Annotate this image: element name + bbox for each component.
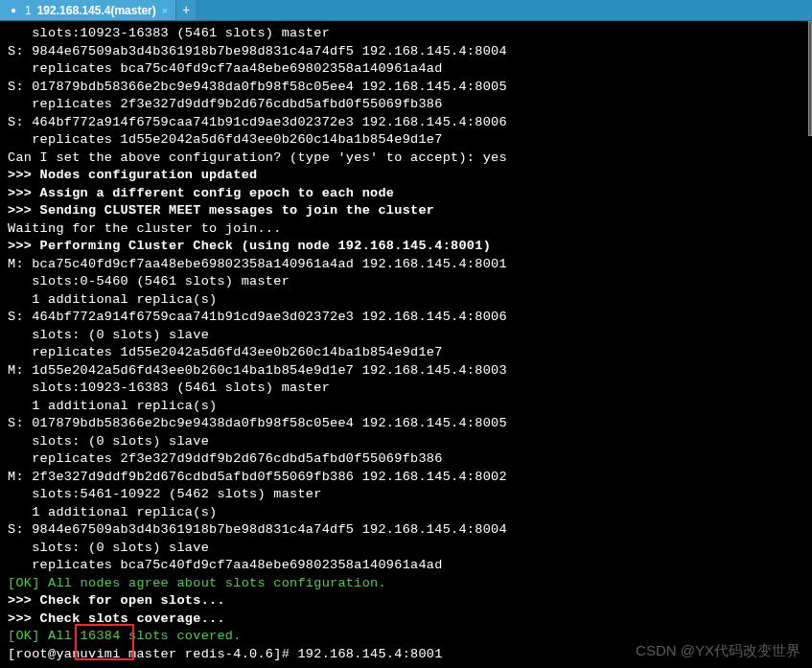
terminal-line: [root@yanuvimi master redis-4.0.6]# 192.…	[8, 646, 804, 664]
terminal-line: 1 additional replica(s)	[8, 291, 804, 310]
terminal-output: slots:10923-16383 (5461 slots) masterS: …	[0, 21, 812, 667]
terminal-line: >>> Performing Cluster Check (using node…	[8, 238, 804, 256]
terminal-line: slots: (0 slots) slave	[8, 433, 804, 451]
tab-status-icon: ●	[8, 5, 19, 16]
terminal-line: S: 9844e67509ab3d4b361918b7be98d831c4a74…	[8, 521, 804, 540]
terminal-line: [OK] All 16384 slots covered.	[8, 628, 804, 646]
terminal-line: S: 017879bdb58366e2bc9e9438da0fb98f58c05…	[8, 415, 804, 433]
terminal-line: 1 additional replica(s)	[8, 504, 804, 522]
terminal-line: replicates 2f3e327d9ddf9b2d676cdbd5afbd0…	[8, 96, 804, 114]
terminal-line: slots:0-5460 (5461 slots) master	[8, 273, 804, 291]
terminal-line: replicates 1d55e2042a5d6fd43ee0b260c14ba…	[8, 344, 804, 362]
terminal-line: >>> Assign a different config epoch to e…	[8, 185, 804, 203]
terminal-line: >>> Check slots coverage...	[8, 610, 804, 629]
tab-bar: ● 1 192.168.145.4(master) × +	[0, 0, 812, 21]
terminal-line: replicates bca75c40fd9cf7aa48ebe69802358…	[8, 60, 804, 79]
tab-active[interactable]: ● 1 192.168.145.4(master) ×	[0, 0, 176, 20]
terminal-line: >>> Nodes configuration updated	[8, 167, 804, 185]
terminal-line: slots: (0 slots) slave	[8, 327, 804, 345]
tab-close-icon[interactable]: ×	[162, 5, 168, 16]
terminal-line: S: 017879bdb58366e2bc9e9438da0fb98f58c05…	[8, 79, 804, 97]
terminal-line: [OK] All nodes agree about slots configu…	[8, 575, 804, 593]
terminal-line: S: 9844e67509ab3d4b361918b7be98d831c4a74…	[8, 43, 804, 61]
terminal-line: 1 additional replica(s)	[8, 398, 804, 416]
tab-num: 1	[25, 4, 32, 17]
terminal-line: replicates 2f3e327d9ddf9b2d676cdbd5afbd0…	[8, 450, 804, 469]
terminal-line: M: bca75c40fd9cf7aa48ebe69802358a140961a…	[8, 256, 804, 274]
terminal-line: replicates bca75c40fd9cf7aa48ebe69802358…	[8, 557, 804, 575]
terminal-line: >>> Sending CLUSTER MEET messages to joi…	[8, 202, 804, 220]
terminal-line: S: 464bf772a914f6759caa741b91cd9ae3d0237…	[8, 309, 804, 327]
terminal-line: S: 464bf772a914f6759caa741b91cd9ae3d0237…	[8, 114, 804, 132]
terminal-line: slots:5461-10922 (5462 slots) master	[8, 486, 804, 504]
terminal-line: M: 1d55e2042a5d6fd43ee0b260c14ba1b854e9d…	[8, 362, 804, 380]
terminal-line: Waiting for the cluster to join...	[8, 220, 804, 239]
terminal-line: replicates 1d55e2042a5d6fd43ee0b260c14ba…	[8, 131, 804, 150]
tab-add-button[interactable]: +	[176, 0, 196, 20]
terminal-line: >>> Check for open slots...	[8, 592, 804, 610]
terminal-line: slots: (0 slots) slave	[8, 540, 804, 558]
scrollbar-thumb[interactable]	[808, 21, 812, 136]
tab-label: 192.168.145.4(master)	[37, 4, 156, 17]
terminal-line: slots:10923-16383 (5461 slots) master	[8, 25, 804, 43]
terminal-line: Can I set the above configuration? (type…	[8, 150, 804, 168]
terminal-line: M: 2f3e327d9ddf9b2d676cdbd5afbd0f55069fb…	[8, 469, 804, 487]
terminal-line: slots:10923-16383 (5461 slots) master	[8, 380, 804, 398]
